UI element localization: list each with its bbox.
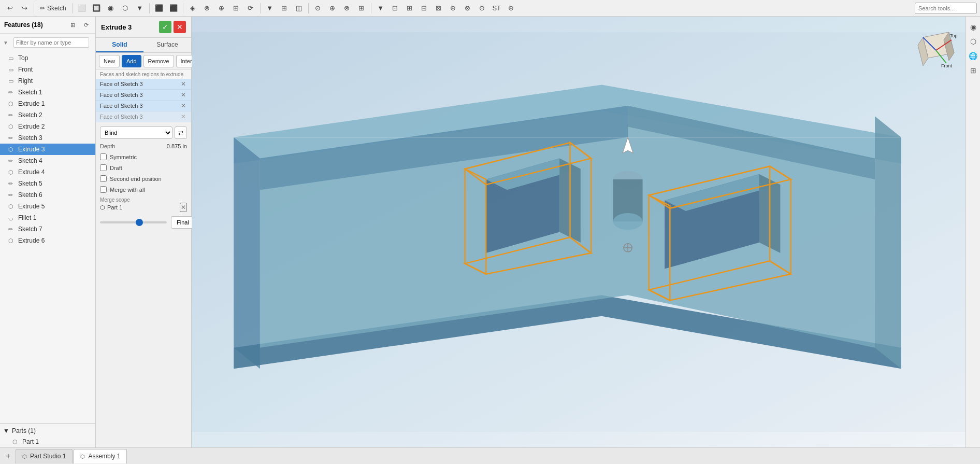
merge-scope-section: Merge scope ⬡ Part 1 ✕: [100, 197, 187, 212]
feature-item-extrude3[interactable]: ⬡Extrude 3: [0, 144, 95, 155]
feature-label-right: Right: [18, 77, 33, 85]
feature-item-extrude5[interactable]: ⬡Extrude 5: [0, 201, 95, 212]
toolbar-icon-6[interactable]: ⬛: [152, 2, 166, 15]
face-item-3-label: Face of Sketch 3: [100, 103, 180, 109]
sketch-button[interactable]: ✏ Sketch: [37, 2, 69, 15]
svg-text:Top: Top: [950, 33, 958, 38]
feature-item-sketch3[interactable]: ✏Sketch 3: [0, 132, 95, 144]
redo-button[interactable]: ↪: [18, 2, 31, 15]
feature-item-sketch1[interactable]: ✏Sketch 1: [0, 87, 95, 98]
extrude-cancel-button[interactable]: ✕: [174, 21, 186, 33]
toolbar-icon-13[interactable]: ▼: [263, 2, 277, 15]
toolbar-icon-24[interactable]: ⊠: [432, 2, 445, 15]
toolbar-icon-9[interactable]: ⊗: [200, 2, 214, 15]
face-remove-4-button[interactable]: ✕: [180, 113, 187, 120]
merge-scope-value: ⬡ Part 1 ✕: [100, 203, 187, 212]
toolbar-icon-12[interactable]: ⟳: [244, 2, 257, 15]
face-remove-2-button[interactable]: ✕: [180, 91, 187, 99]
merge-scope-remove-button[interactable]: ✕: [180, 203, 187, 212]
tab-surface[interactable]: Surface: [143, 38, 191, 52]
add-tab-button[interactable]: +: [2, 450, 15, 462]
features-refresh-btn[interactable]: ⟳: [81, 20, 91, 30]
feature-item-sketch6[interactable]: ✏Sketch 6: [0, 189, 95, 201]
toolbar-icon-16[interactable]: ⊙: [311, 2, 325, 15]
parts-header[interactable]: ▼ Parts (1): [0, 426, 95, 436]
extrude-title: Extrude 3: [101, 23, 159, 31]
face-item-1[interactable]: Face of Sketch 3 ✕: [96, 79, 191, 90]
part-icon: ⬡: [12, 439, 20, 445]
toolbar-icon-28[interactable]: ST: [490, 2, 503, 15]
draft-checkbox[interactable]: [100, 164, 107, 171]
sketch-icon: ✏: [8, 158, 16, 164]
toolbar-icon-25[interactable]: ⊕: [446, 2, 460, 15]
nav-cube[interactable]: Top Front: [913, 27, 959, 74]
toolbar-icon-26[interactable]: ⊗: [461, 2, 474, 15]
toolbar-icon-29[interactable]: ⊕: [505, 2, 518, 15]
search-input[interactable]: [915, 3, 977, 14]
fillet-icon: ◡: [8, 215, 16, 221]
merge-all-checkbox[interactable]: [100, 186, 107, 193]
action-add-button[interactable]: Add: [122, 55, 141, 67]
toolbar-icon-18[interactable]: ⊗: [340, 2, 354, 15]
materials-button[interactable]: ⬡: [967, 35, 979, 48]
preview-slider[interactable]: [100, 221, 167, 223]
toolbar-icon-14[interactable]: ⊞: [278, 2, 291, 15]
toolbar-icon-2[interactable]: 🔲: [90, 2, 103, 15]
toolbar-icon-7[interactable]: ⬛: [167, 2, 180, 15]
feature-item-fillet1[interactable]: ◡Fillet 1: [0, 212, 95, 223]
face-item-4[interactable]: Face of Sketch 3 ✕: [96, 111, 191, 122]
undo-button[interactable]: ↩: [3, 2, 17, 15]
display-states-button[interactable]: ⊞: [967, 64, 979, 77]
feature-item-right[interactable]: ▭Right: [0, 75, 95, 87]
face-item-3[interactable]: Face of Sketch 3 ✕: [96, 101, 191, 111]
toolbar-icon-27[interactable]: ⊙: [475, 2, 489, 15]
face-remove-3-button[interactable]: ✕: [180, 102, 187, 109]
toolbar-icon-17[interactable]: ⊕: [326, 2, 339, 15]
extrude-icon: ⬡: [8, 203, 16, 210]
viewport[interactable]: Top Front ◉ ⬡ 🌐 ⊞: [192, 17, 980, 447]
toolbar-icon-4[interactable]: ⬡: [119, 2, 132, 15]
toolbar-icon-21[interactable]: ⊡: [388, 2, 402, 15]
toolbar-icon-5[interactable]: ▼: [133, 2, 147, 15]
face-item-2[interactable]: Face of Sketch 3 ✕: [96, 90, 191, 101]
feature-filter-input[interactable]: [13, 37, 89, 48]
action-new-button[interactable]: New: [99, 55, 120, 67]
toolbar-icon-19[interactable]: ⊞: [355, 2, 368, 15]
toolbar-icon-22[interactable]: ⊞: [403, 2, 416, 15]
features-filter-btn[interactable]: ⊞: [67, 20, 78, 30]
feature-item-extrude1[interactable]: ⬡Extrude 1: [0, 98, 95, 109]
feature-item-extrude2[interactable]: ⬡Extrude 2: [0, 121, 95, 132]
scene-button[interactable]: 🌐: [967, 50, 979, 62]
toolbar-icon-23[interactable]: ⊟: [417, 2, 431, 15]
feature-item-extrude6[interactable]: ⬡Extrude 6: [0, 235, 95, 246]
toolbar-icon-11[interactable]: ⊞: [229, 2, 243, 15]
toolbar-icon-20[interactable]: ▼: [374, 2, 387, 15]
feature-item-top[interactable]: ▭Top: [0, 52, 95, 64]
tab-assembly-1[interactable]: ⬡ Assembly 1: [74, 449, 127, 463]
depth-value: 0.875 in: [167, 143, 187, 149]
face-remove-1-button[interactable]: ✕: [180, 80, 187, 88]
type-select[interactable]: Blind Symmetric Up to face Up to part: [100, 126, 172, 139]
feature-item-front[interactable]: ▭Front: [0, 64, 95, 75]
toolbar-icon-1[interactable]: ⬜: [75, 2, 89, 15]
extrude-ok-button[interactable]: ✓: [159, 21, 171, 33]
tab-solid[interactable]: Solid: [96, 38, 143, 52]
action-remove-button[interactable]: Remove: [143, 55, 174, 67]
tab-part-studio-1[interactable]: ⬡ Part Studio 1: [16, 449, 73, 463]
toolbar-icon-8[interactable]: ◈: [186, 2, 199, 15]
final-button[interactable]: Final: [171, 216, 195, 229]
symmetric-checkbox[interactable]: [100, 153, 107, 160]
flip-direction-button[interactable]: ⇄: [175, 126, 187, 139]
feature-item-extrude4[interactable]: ⬡Extrude 4: [0, 166, 95, 178]
toolbar-icon-10[interactable]: ⊕: [215, 2, 228, 15]
part-1-item[interactable]: ⬡ Part 1: [0, 436, 95, 447]
toolbar-icon-15[interactable]: ◫: [292, 2, 306, 15]
feature-item-sketch5[interactable]: ✏Sketch 5: [0, 178, 95, 189]
appearance-button[interactable]: ◉: [967, 21, 979, 33]
feature-label-sketch4: Sketch 4: [18, 157, 42, 164]
feature-item-sketch7[interactable]: ✏Sketch 7: [0, 223, 95, 235]
second-end-checkbox[interactable]: [100, 175, 107, 182]
feature-item-sketch4[interactable]: ✏Sketch 4: [0, 155, 95, 166]
feature-item-sketch2[interactable]: ✏Sketch 2: [0, 109, 95, 121]
toolbar-icon-3[interactable]: ◉: [104, 2, 118, 15]
